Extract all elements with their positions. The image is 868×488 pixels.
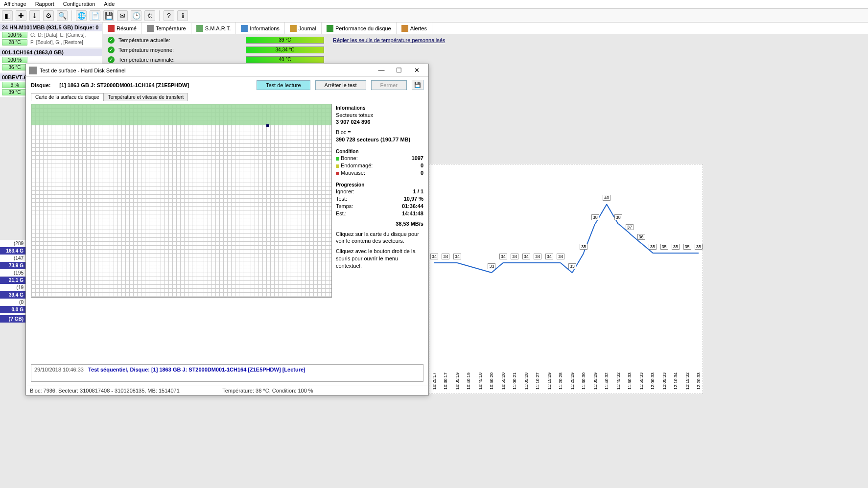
disk-info: C:, D: [Data], E: [Games], <box>30 32 86 38</box>
chart-point-label: 35 <box>683 244 691 250</box>
minimize-button[interactable]: — <box>373 65 390 76</box>
chart-point-label: 34 <box>545 254 553 259</box>
tab-performance du disque[interactable]: Performance du disque <box>322 23 397 34</box>
block-value: 390 728 secteurs (190,77 MB) <box>336 136 423 143</box>
surface-cursor <box>266 124 269 127</box>
partition-item[interactable]: (289 <box>0 240 25 247</box>
chart-segment <box>538 262 549 263</box>
toolbar-doc-icon[interactable]: 📄 <box>90 10 100 21</box>
tab-label: Performance du disque <box>335 25 391 31</box>
toolbar-btn-3[interactable]: ⤓ <box>29 10 40 21</box>
maximize-button[interactable]: ☐ <box>390 65 408 76</box>
surface-done-region <box>31 104 331 125</box>
test-value: 10,97 % <box>404 195 423 203</box>
chart-point-label: 33 <box>488 263 495 269</box>
partition-item[interactable]: 163,4 G <box>0 247 25 255</box>
disk-title: 24 HN-M101MBB (931,5 GB) Disque: 0 <box>0 23 102 31</box>
ok-icon: ✓ <box>108 56 115 63</box>
chart-xtick: 11:45:32 <box>616 372 621 390</box>
toolbar-btn-4[interactable]: ⚙ <box>43 10 54 21</box>
disk-row: 100 %C:, D: [Data], E: [Games], <box>2 31 100 39</box>
partition-item[interactable]: (147 <box>0 255 25 262</box>
partition-item[interactable]: 21,1 G <box>0 277 25 284</box>
temp-row: ✓Température maximale:40 °C <box>108 55 863 65</box>
app-icon <box>29 67 37 74</box>
tab-temp-speed[interactable]: Température et vitesse de transfert <box>104 93 188 101</box>
chart-point-label: 40 <box>603 195 610 201</box>
partition-item[interactable]: 39,4 G <box>0 291 25 299</box>
tab-journal[interactable]: Journal <box>285 23 322 34</box>
menu-aide[interactable]: Aide <box>104 1 115 7</box>
disk-entry[interactable]: 24 HN-M101MBB (931,5 GB) Disque: 0100 %C… <box>0 23 102 47</box>
info-column: Informations Secteurs totaux 3 907 024 8… <box>336 104 423 360</box>
chart-xtick: 11:05:28 <box>524 372 529 390</box>
disk-title: 001-1CH164 (1863,0 GB) <box>0 48 102 56</box>
chart-segment <box>503 262 515 263</box>
log-box: 29/10/2018 10:46:33 Test séquentiel, Dis… <box>31 364 423 382</box>
partition-item[interactable]: (195 <box>0 269 25 277</box>
temp-thresholds-link[interactable]: Régler les seuils de température personn… <box>333 37 445 43</box>
chart-xtick: 10:55:20 <box>501 372 506 390</box>
chart-point-label: 34 <box>430 254 438 259</box>
toolbar-btn-2[interactable]: ✚ <box>16 10 26 21</box>
partition-item[interactable]: 0,0 G <box>0 306 25 313</box>
chart-segment <box>515 262 526 263</box>
status-mid: Température: 36 °C, Condition: 100 % <box>222 388 313 394</box>
separator <box>159 10 160 21</box>
chart-point-label: 35 <box>695 244 703 250</box>
chart-xtick: 11:30:30 <box>581 372 586 390</box>
read-test-button[interactable]: Test de lecture <box>257 80 310 90</box>
chart-point-label: 35 <box>672 244 680 250</box>
toolbar-btn-5[interactable]: 🔍 <box>57 10 68 21</box>
temp-bar: 39 °C <box>246 37 324 44</box>
chart-segment <box>676 253 687 254</box>
chart-xtick: 11:10:27 <box>535 372 540 390</box>
toolbar-mail-icon[interactable]: ✉ <box>117 10 128 21</box>
progress-heading: Progression <box>336 182 423 188</box>
titlebar[interactable]: Test de surface - Hard Disk Sentinel — ☐… <box>26 64 428 77</box>
tip-rightclick: Cliquez avec le bouton droit de la souri… <box>336 248 423 270</box>
menu-rapport[interactable]: Rapport <box>35 1 54 7</box>
surface-test-dialog: Test de surface - Hard Disk Sentinel — ☐… <box>25 64 429 395</box>
ok-icon: ✓ <box>108 46 115 53</box>
toolbar-save-icon[interactable]: 💾 <box>103 10 114 21</box>
toolbar-globe-icon[interactable]: 🌐 <box>76 10 87 21</box>
partition-item[interactable]: (0 <box>0 299 25 306</box>
tab-informations[interactable]: Informations <box>236 23 285 34</box>
partition-item[interactable]: (? GB) <box>0 315 25 323</box>
tab-icon <box>327 25 333 32</box>
disk-value: [1] 1863 GB J: ST2000DM001-1CH164 [Z1E5P… <box>59 82 189 88</box>
chart-segment <box>526 262 538 263</box>
tab-température[interactable]: Température <box>142 23 191 34</box>
temp-bar: 40 °C <box>246 56 324 63</box>
chart-segment <box>653 253 664 254</box>
eta-label: Est.: <box>336 210 347 217</box>
surface-map[interactable] <box>31 104 332 298</box>
chart-xtick: 12:20:33 <box>696 372 701 390</box>
tab-s.m.a.r.t.[interactable]: S.M.A.R.T. <box>191 23 236 34</box>
eta-value: 14:41:48 <box>402 210 423 217</box>
partition-item[interactable]: (19 <box>0 284 25 291</box>
chart-xtick: 12:00:33 <box>650 372 655 390</box>
menubar: Affichage Rapport Configuration Aide <box>0 0 868 9</box>
toolbar-clock-icon[interactable]: 🕑 <box>131 10 141 21</box>
toolbar-help-icon[interactable]: ? <box>164 10 174 21</box>
status-badge: 100 % <box>2 32 27 38</box>
ignore-label: Ignorer: <box>336 188 354 195</box>
menu-configuration[interactable]: Configuration <box>63 1 95 7</box>
tab-alertes[interactable]: Alertes <box>397 23 432 34</box>
stop-test-button[interactable]: Arrêter le test <box>315 80 366 90</box>
toolbar-gear-icon[interactable]: ⛭ <box>144 10 155 21</box>
temp-label: Température maximale: <box>118 57 246 63</box>
tab-résumé[interactable]: Résumé <box>103 23 142 34</box>
toolbar-info-icon[interactable]: ℹ <box>177 10 188 21</box>
chart-point-label: 35 <box>649 244 657 250</box>
status-left: Bloc: 7936, Secteur: 3100817408 - 310120… <box>30 388 180 394</box>
save-icon-button[interactable]: 💾 <box>412 80 423 90</box>
toolbar-btn-1[interactable]: ◧ <box>2 10 13 21</box>
close-button[interactable]: ✕ <box>408 65 425 76</box>
chart-segment <box>572 253 584 273</box>
partition-item[interactable]: 73,9 G <box>0 262 25 269</box>
tab-surface-map[interactable]: Carte de la surface du disque <box>31 93 104 101</box>
menu-affichage[interactable]: Affichage <box>4 1 26 7</box>
